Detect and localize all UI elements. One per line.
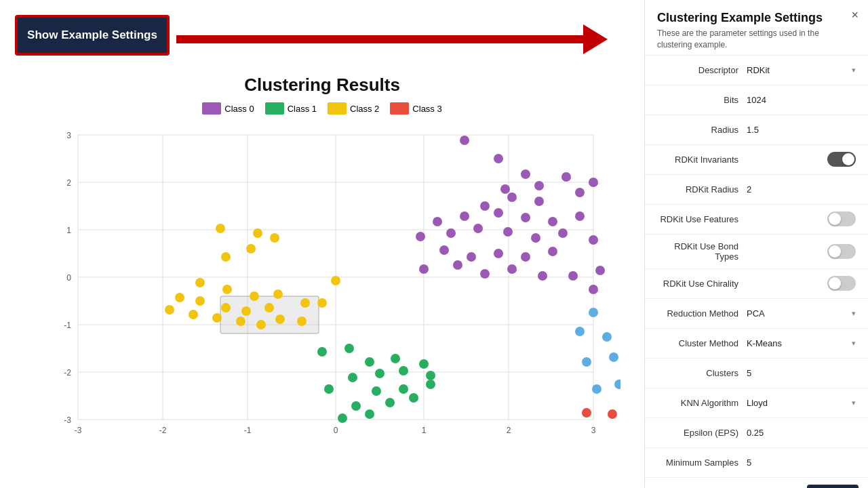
svg-text:3: 3 bbox=[591, 426, 596, 435]
setting-value-reduction-method[interactable]: PCA ▾ bbox=[738, 308, 856, 319]
svg-text:0: 0 bbox=[334, 426, 338, 435]
toggle-knob-rdkit-use-features bbox=[829, 213, 841, 225]
setting-value-knn-algorithm[interactable]: Lloyd ▾ bbox=[738, 398, 856, 408]
setting-row-radius: Radius 1.5 bbox=[645, 115, 868, 145]
setting-label-cluster-method: Cluster Method bbox=[657, 338, 738, 348]
setting-value-cluster-method[interactable]: K-Means ▾ bbox=[738, 338, 856, 348]
svg-point-41 bbox=[460, 211, 469, 221]
svg-point-85 bbox=[253, 228, 262, 238]
toggle-knob-rdkit-use-bond-types bbox=[829, 245, 841, 258]
svg-point-102 bbox=[236, 317, 245, 326]
arrow-head bbox=[583, 24, 608, 54]
svg-point-73 bbox=[399, 384, 408, 394]
svg-point-35 bbox=[575, 188, 585, 197]
svg-point-36 bbox=[589, 178, 598, 187]
svg-point-106 bbox=[317, 298, 327, 308]
svg-point-51 bbox=[558, 228, 568, 238]
svg-point-39 bbox=[534, 197, 544, 206]
setting-label-radius: Radius bbox=[657, 125, 738, 135]
svg-point-72 bbox=[372, 386, 381, 396]
svg-point-74 bbox=[426, 380, 435, 389]
setting-value-rdkit-radius: 2 bbox=[738, 184, 856, 195]
dropdown-arrow-knn-algorithm: ▾ bbox=[852, 399, 856, 407]
svg-text:-1: -1 bbox=[244, 426, 252, 435]
svg-point-103 bbox=[256, 320, 266, 329]
svg-point-81 bbox=[419, 359, 429, 369]
svg-text:-2: -2 bbox=[159, 426, 167, 435]
setting-label-clusters: Clusters bbox=[657, 368, 738, 378]
toggle-rdkit-invariants[interactable] bbox=[827, 152, 856, 167]
svg-point-69 bbox=[365, 409, 374, 419]
close-button[interactable]: Close bbox=[807, 485, 859, 488]
setting-label-reduction-method: Reduction Method bbox=[657, 308, 738, 319]
svg-point-100 bbox=[189, 310, 198, 319]
svg-point-60 bbox=[480, 269, 490, 279]
legend-item-class1: Class 1 bbox=[265, 102, 317, 115]
panel-close-button[interactable]: × bbox=[851, 8, 859, 22]
svg-text:-2: -2 bbox=[64, 368, 71, 378]
svg-point-58 bbox=[419, 264, 429, 274]
svg-point-91 bbox=[250, 291, 259, 301]
chart-area: Clustering Results Class 0 Class 1 Class… bbox=[0, 68, 644, 488]
toggle-rdkit-use-chirality[interactable] bbox=[827, 276, 856, 291]
svg-text:-3: -3 bbox=[75, 426, 82, 435]
svg-point-107 bbox=[331, 276, 340, 285]
svg-text:0: 0 bbox=[66, 273, 71, 283]
setting-row-rdkit-radius: RDKit Radius 2 bbox=[645, 175, 868, 205]
svg-point-53 bbox=[439, 245, 449, 255]
svg-point-33 bbox=[534, 181, 544, 190]
svg-point-65 bbox=[589, 285, 598, 294]
svg-point-101 bbox=[212, 313, 222, 323]
panel-title: Clustering Example Settings bbox=[657, 11, 856, 25]
arrow-indicator bbox=[176, 26, 624, 53]
svg-point-61 bbox=[507, 264, 517, 274]
svg-point-94 bbox=[195, 296, 205, 306]
setting-label-rdkit-radius: RDKit Radius bbox=[657, 184, 738, 195]
svg-point-55 bbox=[494, 249, 503, 258]
setting-label-bits: Bits bbox=[657, 95, 738, 105]
setting-row-rdkit-use-chirality: RDKit Use Chirality bbox=[645, 269, 868, 299]
setting-label-epsilon: Epsilon (EPS) bbox=[657, 428, 738, 438]
toggle-rdkit-use-features[interactable] bbox=[827, 211, 856, 226]
svg-point-116 bbox=[608, 409, 617, 419]
legend-item-class0: Class 0 bbox=[202, 102, 254, 115]
svg-point-50 bbox=[531, 233, 540, 243]
panel-subtitle: These are the parameter settings used in… bbox=[657, 28, 856, 51]
svg-point-104 bbox=[275, 314, 285, 324]
svg-point-108 bbox=[589, 308, 598, 317]
svg-point-89 bbox=[195, 278, 205, 287]
svg-point-63 bbox=[568, 271, 578, 281]
svg-point-47 bbox=[446, 228, 456, 238]
svg-point-76 bbox=[375, 369, 384, 378]
svg-point-34 bbox=[561, 172, 571, 182]
toggle-container-rdkit-use-bond-types bbox=[827, 244, 856, 259]
setting-row-reduction-method: Reduction Method PCA ▾ bbox=[645, 299, 868, 329]
setting-value-bits: 1024 bbox=[738, 95, 856, 105]
toggle-rdkit-use-bond-types[interactable] bbox=[827, 244, 856, 259]
svg-point-68 bbox=[338, 413, 347, 423]
setting-row-cluster-method: Cluster Method K-Means ▾ bbox=[645, 329, 868, 359]
svg-point-71 bbox=[409, 393, 418, 403]
setting-value-descriptor[interactable]: RDKit ▾ bbox=[738, 65, 856, 75]
svg-point-30 bbox=[494, 154, 503, 163]
svg-point-95 bbox=[221, 303, 231, 312]
svg-point-109 bbox=[575, 327, 585, 336]
svg-point-40 bbox=[433, 217, 442, 226]
dropdown-arrow-reduction-method: ▾ bbox=[852, 309, 856, 318]
svg-text:1: 1 bbox=[422, 426, 427, 435]
svg-point-64 bbox=[595, 266, 605, 275]
scatter-plot: 3 2 1 0 -1 -2 -3 -3 -2 -1 0 1 2 3 bbox=[24, 121, 620, 447]
svg-text:2: 2 bbox=[507, 426, 511, 435]
setting-row-clusters: Clusters 5 bbox=[645, 359, 868, 388]
legend-label-class2: Class 2 bbox=[350, 104, 379, 114]
svg-point-46 bbox=[416, 232, 425, 241]
setting-label-minimum-samples: Minimum Samples bbox=[657, 458, 738, 468]
svg-point-110 bbox=[602, 332, 612, 342]
setting-label-knn-algorithm: KNN Algorithm bbox=[657, 398, 738, 408]
toggle-knob-rdkit-invariants bbox=[842, 153, 854, 165]
svg-point-93 bbox=[300, 298, 310, 308]
svg-point-112 bbox=[609, 352, 618, 362]
legend-swatch-class3 bbox=[390, 102, 409, 115]
setting-label-rdkit-use-features: RDKit Use Features bbox=[657, 214, 738, 224]
show-example-settings-button[interactable]: Show Example Settings bbox=[15, 15, 170, 56]
